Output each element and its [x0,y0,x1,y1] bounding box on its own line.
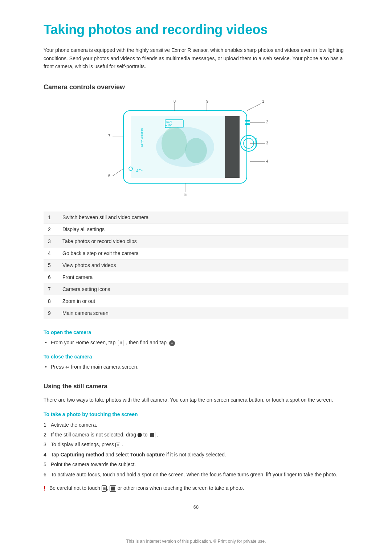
drag-target-icon: ⬛ [149,432,155,438]
svg-text:3: 3 [266,141,268,145]
camera-app-icon: ● [169,340,175,346]
close-camera-heading: To close the camera [44,354,348,360]
still-camera-heading: Using the still camera [44,383,348,390]
back-button-icon: ↩ [65,364,70,371]
warning-icon-2: ⬛ [110,485,116,492]
step-5: 5 Point the camera towards the subject. [44,460,348,468]
svg-line-10 [247,103,261,111]
step-4: 4 Tap Capturing method and select Touch … [44,451,348,459]
drag-circle-icon [138,433,142,437]
open-camera-heading: To open the camera [44,329,348,335]
controls-table: 1Switch between still and video camera2D… [44,212,348,319]
row-desc: View photos and videos [58,259,348,271]
table-row: 9Main camera screen [44,307,348,319]
row-num: 4 [44,247,58,259]
svg-text:9: 9 [206,100,208,103]
svg-text:AUTO: AUTO [165,124,172,127]
row-num: 3 [44,235,58,247]
row-desc: Front camera [58,271,348,283]
page-title: Taking photos and recording videos [44,22,348,37]
svg-text:1: 1 [262,100,264,103]
open-camera-item: From your Home screen, tap ⠿ , then find… [44,339,348,346]
row-desc: Main camera screen [58,307,348,319]
svg-text:6: 6 [108,173,110,178]
row-num: 5 [44,259,58,271]
menu-icon: ≡ [115,443,120,447]
open-camera-text: From your Home screen, tap [51,340,115,345]
table-row: 4Go back a step or exit the camera [44,247,348,259]
warning-text: Be careful not to touch ⊞, ⬛ or other ic… [49,484,244,492]
still-camera-section: Using the still camera There are two way… [44,383,348,493]
row-num: 6 [44,271,58,283]
row-num: 2 [44,223,58,235]
open-camera-section: To open the camera From your Home screen… [44,329,348,346]
row-num: 7 [44,283,58,295]
svg-text:Sony Ericsson: Sony Ericsson [140,128,143,147]
step-3: 3 To display all settings, press ≡ . [44,440,348,448]
close-camera-text: from the main camera screen. [71,364,139,370]
touch-photo-heading: To take a photo by touching the screen [44,411,348,417]
page-number: 68 [44,504,348,510]
row-desc: Display all settings [58,223,348,235]
close-camera-list: Press ↩ from the main camera screen. [44,363,348,371]
open-camera-list: From your Home screen, tap ⠿ , then find… [44,339,348,346]
row-desc: Camera setting icons [58,283,348,295]
row-desc: Go back a step or exit the camera [58,247,348,259]
svg-rect-4 [245,120,250,122]
svg-text:5: 5 [184,192,187,197]
svg-text:7: 7 [108,134,110,138]
intro-paragraph: Your phone camera is equipped with the h… [44,46,348,70]
table-row: 5View photos and videos [44,259,348,271]
svg-text:SCN: SCN [166,120,172,123]
row-num: 1 [44,212,58,223]
row-num: 9 [44,307,58,319]
row-num: 8 [44,295,58,307]
still-camera-desc: There are two ways to take photos with t… [44,396,348,404]
svg-text:2: 2 [266,120,268,124]
table-row: 6Front camera [44,271,348,283]
row-desc: Take photos or record video clips [58,235,348,247]
footer-text: This is an Internet version of this publ… [44,532,348,544]
close-camera-item: Press ↩ from the main camera screen. [44,363,348,371]
warning-icon-1: ⊞ [102,485,107,492]
step-1: 1 Activate the camera. [44,421,348,429]
svg-point-32 [185,138,207,163]
table-row: 2Display all settings [44,223,348,235]
page-container: Taking photos and recording videos Your … [0,0,392,554]
svg-point-31 [162,127,187,160]
press-label: Press [51,364,65,370]
close-camera-section: To close the camera Press ↩ from the mai… [44,354,348,371]
step-6: 6 To activate auto focus, touch and hold… [44,471,348,479]
warning-box: ! Be careful not to touch ⊞, ⬛ or other … [44,484,348,493]
table-row: 3Take photos or record video clips [44,235,348,247]
warning-icon: ! [44,484,46,493]
svg-text:AF⁺: AF⁺ [136,169,143,173]
camera-controls-heading: Camera controls overview [44,83,348,91]
table-row: 7Camera setting icons [44,283,348,295]
touch-steps-list: 1 Activate the camera. 2 If the still ca… [44,421,348,479]
step-2: 2 If the still camera is not selected, d… [44,431,348,439]
svg-text:XPERIA: XPERIA [255,138,257,147]
row-desc: Zoom in or out [58,295,348,307]
table-row: 1Switch between still and video camera [44,212,348,223]
svg-rect-5 [245,123,250,125]
camera-diagram: 8 9 1 2 3 4 5 6 7 So [44,100,348,201]
table-row: 8Zoom in or out [44,295,348,307]
open-camera-text2: , then find and tap [126,340,167,345]
svg-line-21 [113,169,123,176]
svg-text:8: 8 [173,100,176,103]
svg-rect-33 [225,116,240,178]
apps-icon: ⠿ [118,340,123,346]
svg-text:4: 4 [266,159,268,163]
row-desc: Switch between still and video camera [58,212,348,223]
